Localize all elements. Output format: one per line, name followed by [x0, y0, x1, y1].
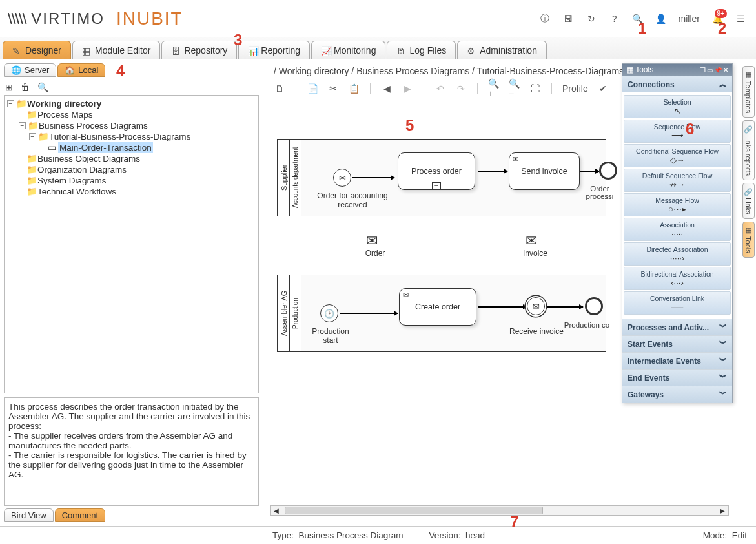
tree-node-tech[interactable]: Technical Workflows: [37, 186, 116, 197]
tool-default-sequence-flow[interactable]: Default Sequence Flow↛→: [624, 169, 731, 192]
scroll-right-button[interactable]: ▶: [717, 506, 728, 515]
tool-directed-association[interactable]: Directed Association·····›: [624, 242, 731, 266]
message-flow[interactable]: [343, 250, 343, 276]
tool-selection[interactable]: Selection↖: [624, 95, 731, 118]
search-tree-icon[interactable]: 🔍: [37, 82, 48, 92]
task-send-invoice[interactable]: ✉Send invoice: [509, 152, 580, 190]
cut-icon[interactable]: ✂: [327, 83, 339, 94]
save-icon[interactable]: 🖫: [562, 13, 574, 25]
message-flow[interactable]: [533, 250, 533, 297]
tree-node-org[interactable]: Organization Diagrams: [37, 164, 127, 175]
tools-section-end-events[interactable]: End Events︾: [622, 369, 732, 386]
canvas-horizontal-scrollbar[interactable]: ◀ ▶: [270, 505, 729, 516]
username[interactable]: miller: [679, 14, 700, 24]
sequence-arrow[interactable]: [340, 313, 398, 314]
redo-icon[interactable]: ↷: [455, 83, 467, 94]
tree-node-tutorial[interactable]: Tutorial-Business-Process-Diagrams: [49, 131, 190, 142]
sequence-arrow[interactable]: [352, 177, 394, 178]
paste-icon[interactable]: 📋: [348, 83, 360, 94]
crumb[interactable]: Working directory: [279, 66, 349, 76]
sequence-arrow[interactable]: [478, 306, 527, 308]
nav-tab-server[interactable]: 🌐Server: [4, 63, 56, 77]
tab-monitoring[interactable]: 📈Monitoring: [311, 41, 385, 59]
tool-message-flow[interactable]: Message Flow○⋯▸: [624, 193, 731, 216]
new-file-icon[interactable]: 🗋: [274, 83, 285, 94]
crumb[interactable]: Business Process Diagrams: [356, 66, 469, 76]
dock-tab-tools[interactable]: ▦ Tools: [742, 222, 755, 258]
zoom-out-icon[interactable]: 🔍−: [509, 83, 520, 94]
tab-reporting[interactable]: 📊Reporting: [238, 41, 310, 59]
tools-section-intermediate-events[interactable]: Intermediate Events︾: [622, 352, 732, 369]
sequence-arrow[interactable]: [580, 171, 599, 172]
message-flow[interactable]: [343, 185, 343, 231]
undo-icon[interactable]: ↶: [434, 83, 446, 94]
dock-tab-links-reports[interactable]: 🔗 Links reports: [742, 120, 755, 180]
delete-icon[interactable]: 🗑: [21, 82, 30, 92]
tool-conversation-link[interactable]: Conversation Link──: [624, 291, 731, 315]
tree-node-bod[interactable]: Business Object Diagrams: [37, 153, 140, 164]
sequence-arrow[interactable]: [547, 306, 583, 308]
window-min-icon[interactable]: ▭: [707, 67, 713, 74]
tool-conditional-sequence-flow[interactable]: Conditional Sequence Flow◇→: [624, 144, 731, 167]
menu-icon[interactable]: ☰: [735, 13, 746, 25]
lane-supplier[interactable]: Supplier Accounts department ✉ Order for…: [277, 139, 606, 216]
next-icon[interactable]: ▶: [402, 83, 413, 94]
lane-assembler[interactable]: Assembler AG Production 🕑 Production sta…: [277, 275, 606, 352]
dock-tab-templates[interactable]: ▦ Templates: [742, 66, 755, 118]
nav-tab-local[interactable]: 🏠Local: [57, 63, 105, 77]
crumb[interactable]: Tutorial-Business-Process-Diagrams: [477, 66, 624, 76]
tool-association[interactable]: Association·····: [624, 218, 731, 241]
refresh-icon[interactable]: ↻: [586, 13, 597, 25]
end-event-order-processing[interactable]: [599, 162, 617, 180]
tree-node-bpd[interactable]: Business Process Diagrams: [39, 120, 148, 131]
message-flow[interactable]: [533, 184, 533, 231]
tool-sequence-flow[interactable]: Sequence Flow⟶: [624, 120, 731, 143]
copy-icon[interactable]: 📄: [307, 83, 318, 94]
info-icon[interactable]: ⓘ: [539, 13, 551, 25]
search-icon[interactable]: 🔍: [632, 13, 644, 25]
notifications-button[interactable]: 🔔 9+: [711, 13, 723, 25]
tab-repository[interactable]: 🗄Repository: [161, 41, 237, 59]
tools-section-processes[interactable]: Processes and Activ...︾: [622, 319, 732, 335]
message-flow[interactable]: [420, 249, 420, 294]
tab-log-files[interactable]: 🗎Log Files: [387, 41, 456, 59]
new-icon[interactable]: ⊞: [5, 82, 13, 92]
tools-titlebar[interactable]: ▦ Tools ❐ ▭ 📌 ✕: [622, 64, 732, 76]
tab-module-editor[interactable]: ▦Module Editor: [72, 41, 160, 59]
scrollbar-thumb[interactable]: [285, 507, 543, 514]
tools-section-connections[interactable]: Connections ︽: [622, 76, 732, 92]
tree-expander[interactable]: −: [19, 122, 26, 129]
tree-expander[interactable]: −: [7, 100, 14, 107]
task-process-order[interactable]: Process order−: [398, 152, 475, 190]
start-event-order-received[interactable]: ✉: [333, 169, 351, 187]
tree-node-working-directory[interactable]: Working directory: [27, 98, 101, 109]
tree-node-main-order-transaction[interactable]: Main-Order-Transaction: [58, 142, 153, 153]
start-event-production[interactable]: 🕑: [320, 304, 338, 322]
tree-node-process-maps[interactable]: Process Maps: [37, 109, 93, 120]
tab-administration[interactable]: ⚙Administration: [457, 41, 547, 59]
tools-panel[interactable]: ▦ Tools ❐ ▭ 📌 ✕ Connections ︽ Selection↖…: [622, 63, 733, 403]
tree-expander[interactable]: −: [29, 133, 36, 140]
task-create-order[interactable]: ✉Create order: [399, 288, 476, 326]
navigator-tree[interactable]: −📁Working directory 📁Process Maps −📁Busi…: [4, 95, 259, 393]
dock-tab-links[interactable]: 🔗 Links: [742, 183, 755, 219]
check-icon[interactable]: ✔: [597, 83, 609, 94]
help-icon[interactable]: ?: [609, 13, 620, 25]
tab-designer[interactable]: ✎Designer: [3, 41, 71, 59]
tools-section-gateways[interactable]: Gateways︾: [622, 386, 732, 403]
tab-comment[interactable]: Comment: [55, 508, 105, 522]
user-icon[interactable]: 👤: [655, 13, 667, 25]
window-pin-icon[interactable]: 📌: [714, 67, 722, 74]
intermediate-event-receive-invoice[interactable]: ✉: [527, 297, 545, 315]
prev-icon[interactable]: ◀: [381, 83, 393, 94]
zoom-in-icon[interactable]: 🔍+: [488, 83, 500, 94]
window-restore-icon[interactable]: ❐: [700, 67, 706, 74]
profile-label[interactable]: Profile: [562, 83, 588, 94]
tool-bidirectional-association[interactable]: Bidirectional Association‹···›: [624, 267, 731, 290]
tree-node-sys[interactable]: System Diagrams: [37, 175, 107, 186]
end-event-production-complete[interactable]: [585, 297, 603, 315]
tab-birdview[interactable]: Bird View: [4, 508, 54, 522]
zoom-fit-icon[interactable]: ⛶: [529, 83, 541, 94]
sequence-arrow[interactable]: [478, 171, 507, 172]
tools-section-start-events[interactable]: Start Events︾: [622, 335, 732, 352]
